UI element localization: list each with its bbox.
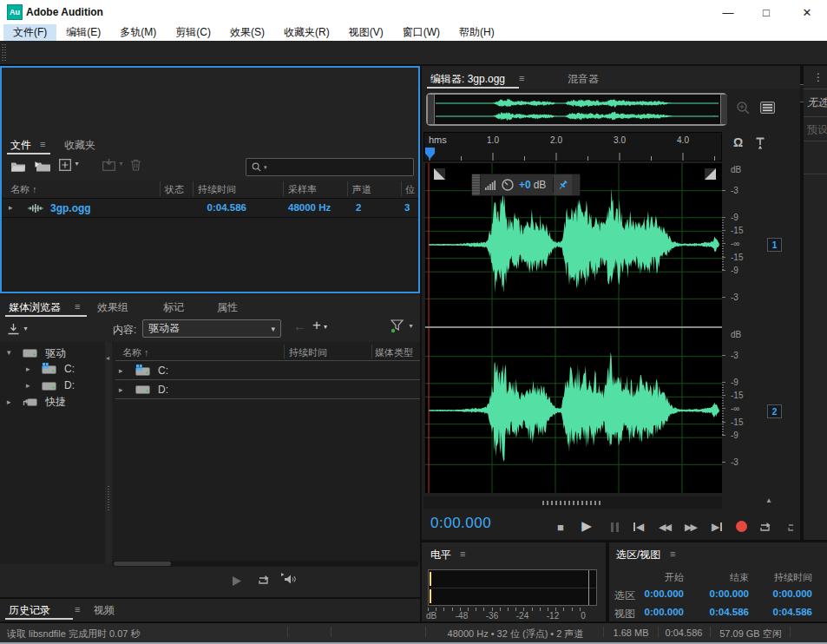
time-display[interactable]: 0:00.000 (430, 515, 491, 532)
add-shortcut-button[interactable]: + (312, 317, 321, 334)
loop-playback-button[interactable] (758, 521, 773, 536)
tree-splitter[interactable] (105, 342, 112, 564)
tab-editor[interactable]: 编辑器: 3gp.ogg (430, 72, 505, 87)
filter-dropdown-arrow[interactable]: ▾ (409, 322, 412, 330)
tree-collapse-arrow[interactable]: ◂ (106, 354, 109, 362)
menu-item[interactable]: 编辑(E) (56, 24, 110, 41)
editor-panel-menu-icon[interactable]: ≡ (519, 73, 524, 83)
tab-favorites[interactable]: 收藏夹 (64, 138, 95, 153)
fade-out-handle[interactable] (705, 168, 716, 180)
waveform-channel-2[interactable] (425, 328, 722, 493)
overview-right-handle[interactable] (720, 95, 727, 124)
col-bits[interactable]: 位 (405, 183, 415, 196)
col-channels[interactable]: 声道 (352, 183, 371, 196)
collapsed-panel-presets[interactable]: 预设 (807, 122, 827, 137)
selection-start[interactable]: 0:00.000 (633, 588, 684, 599)
new-content-button[interactable]: ▾ (59, 159, 78, 174)
media-import-dropdown-arrow[interactable]: ▾ (23, 325, 27, 332)
vertical-zoom-collapse-arrow[interactable]: ▲ (765, 496, 772, 504)
import-file-button[interactable] (35, 160, 51, 175)
levels-title[interactable]: 电平 (430, 548, 451, 562)
view-end[interactable]: 0:04.586 (699, 607, 749, 617)
col-duration[interactable]: 持续时间 (289, 346, 327, 359)
stop-button[interactable]: ■ (548, 518, 573, 536)
editor-hscrollbar-handle[interactable] (542, 501, 603, 505)
tab-markers[interactable]: 标记 (163, 300, 184, 315)
view-start[interactable]: 0:00.000 (633, 607, 684, 617)
file-row-3gp-ogg[interactable]: ▸ 3gp.ogg 0:04.586 48000 Hz 2 3 (0, 199, 420, 217)
col-media-type[interactable]: 媒体类型 (375, 346, 413, 359)
menu-item[interactable]: 剪辑(C) (166, 24, 220, 41)
row-expand-chevron[interactable]: ▸ (119, 385, 123, 394)
gain-knob-icon[interactable] (501, 178, 515, 192)
close-button[interactable]: ✕ (791, 0, 824, 24)
selection-end[interactable]: 0:00.000 (699, 588, 749, 599)
menu-item[interactable]: 多轨(M) (110, 24, 166, 41)
col-sample-rate[interactable]: 采样率 (288, 183, 317, 196)
view-duration[interactable]: 0:04.586 (758, 607, 812, 617)
selection-view-title[interactable]: 选区/视图 (616, 548, 660, 562)
menu-item[interactable]: 收藏夹(R) (274, 24, 339, 41)
media-autoplay-button[interactable] (281, 573, 298, 588)
fade-in-handle[interactable] (434, 168, 445, 180)
col-duration[interactable]: 持续时间 (198, 183, 236, 196)
menu-item[interactable]: 文件(F) (3, 24, 56, 41)
collapsed-panel-menu-icon[interactable]: ⋮ (813, 71, 824, 83)
zoom-reset-button-disabled[interactable] (736, 101, 752, 119)
tree-expand-chevron[interactable]: ▸ (7, 398, 11, 406)
file-name[interactable]: 3gp.ogg (50, 202, 91, 214)
collapsed-panel-no-selection[interactable]: 无选 (807, 95, 827, 110)
pause-button-disabled[interactable] (602, 518, 627, 536)
media-loop-playback-button[interactable] (257, 574, 272, 589)
tab-properties[interactable]: 属性 (217, 300, 238, 315)
tree-item-shortcuts[interactable]: 快捷 (45, 395, 66, 410)
tab-effects-rack[interactable]: 效果组 (97, 300, 128, 315)
menu-item[interactable]: 窗口(W) (393, 24, 450, 41)
files-panel-menu-icon[interactable]: ≡ (40, 139, 45, 149)
magnet-snap-icon[interactable]: Ω (733, 135, 743, 149)
tree-item-d-drive[interactable]: D: (64, 379, 75, 391)
tree-collapse-chevron[interactable]: ▾ (7, 348, 11, 357)
tree-expand-chevron[interactable]: ▸ (26, 381, 30, 390)
files-search-input[interactable]: ▾ (246, 158, 414, 176)
minimize-button[interactable]: — (712, 0, 745, 24)
delete-button-disabled[interactable] (130, 159, 141, 174)
record-button[interactable] (736, 521, 747, 532)
col-name[interactable]: 名称 (10, 184, 30, 194)
channel-2-badge[interactable]: 2 (767, 404, 782, 418)
menu-item[interactable]: 视图(V) (339, 24, 393, 41)
toolbar-grip[interactable] (2, 44, 3, 61)
fast-forward-button[interactable]: ▶▶ (679, 518, 703, 536)
selection-duration[interactable]: 0:00.000 (758, 588, 812, 599)
new-content-dropdown-arrow[interactable]: ▾ (75, 160, 78, 168)
editor-list-view-button[interactable] (760, 102, 775, 117)
media-row-d-drive[interactable]: D: (158, 384, 168, 396)
save-button-disabled[interactable]: ▾ (102, 159, 122, 174)
col-name[interactable]: 名称 (122, 347, 141, 358)
media-hscrollbar-handle[interactable] (114, 562, 171, 566)
tab-media-browser[interactable]: 媒体浏览器 (9, 300, 61, 315)
tree-item-drives[interactable]: 驱动 (45, 346, 66, 361)
content-dropdown[interactable]: 驱动器 ▾ (142, 319, 281, 338)
col-status[interactable]: 状态 (165, 183, 184, 196)
hud-pin-button[interactable] (554, 174, 572, 195)
gain-hud[interactable]: +0 dB (471, 174, 581, 196)
levels-panel-menu-icon[interactable]: ≡ (460, 549, 465, 559)
skip-to-start-button[interactable]: ◀ (627, 518, 651, 536)
menu-item[interactable]: 效果(S) (220, 24, 274, 41)
editor-hscrollbar[interactable] (423, 496, 722, 509)
hud-grip[interactable] (472, 174, 481, 195)
media-play-button[interactable] (231, 575, 242, 590)
play-button[interactable]: ▶ (574, 517, 599, 535)
open-file-button[interactable] (10, 160, 26, 175)
gain-value[interactable]: +0 (519, 179, 531, 191)
tab-files[interactable]: 文件 (10, 138, 31, 153)
marker-pin-icon[interactable] (754, 137, 766, 154)
ruler-unit-label[interactable]: hms (429, 135, 447, 145)
media-panel-menu-icon[interactable]: ≡ (75, 301, 80, 312)
tab-video[interactable]: 视频 (94, 603, 115, 618)
row-expand-chevron[interactable]: ▸ (9, 203, 13, 212)
media-row-c-drive[interactable]: C: (158, 365, 168, 377)
filter-button[interactable]: ▾ (391, 319, 412, 337)
level-meter[interactable] (428, 569, 597, 606)
